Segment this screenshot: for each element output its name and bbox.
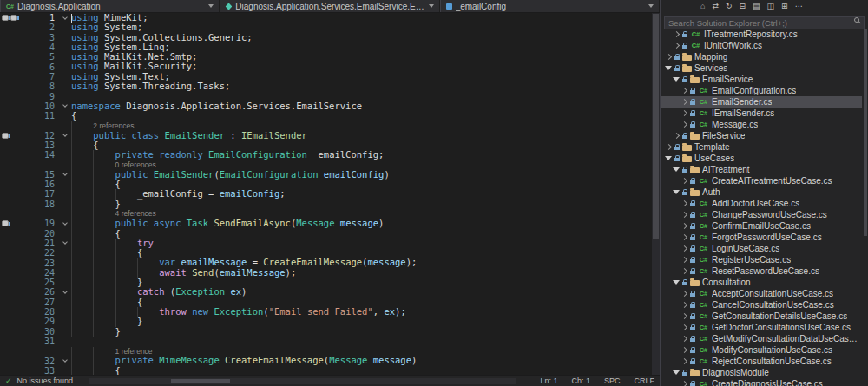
code-editor[interactable]: 1using MimeKit;2using System;3using Syst… (0, 13, 660, 375)
line-number[interactable]: 5 (26, 52, 59, 62)
code-line[interactable]: 31 (0, 337, 652, 346)
line-number[interactable]: 28 (26, 307, 59, 317)
tree-item[interactable]: C#GetConsultationDetailsUseCase.cs (661, 311, 862, 322)
line-number[interactable]: 31 (26, 337, 59, 346)
tree-item[interactable]: C#CancelConsultationUseCase.cs (661, 299, 862, 311)
line-number[interactable]: 17 (26, 189, 59, 199)
editor-vertical-scrollbar[interactable] (652, 13, 660, 375)
line-number[interactable]: 11 (26, 111, 59, 121)
tree-item[interactable]: C#CreateAITreatmentUseCase.cs (661, 175, 862, 186)
line-number[interactable]: 13 (26, 141, 59, 150)
tree-item[interactable]: C#IEmailSender.cs (661, 108, 862, 119)
code-line[interactable]: 5using MailKit.Net.Smtp; (0, 52, 652, 62)
tree-item[interactable]: C#Message.cs (661, 119, 862, 130)
tree-chevron-icon[interactable] (681, 359, 687, 363)
scrollbar-thumb[interactable] (653, 14, 659, 239)
line-number[interactable]: 9 (26, 92, 59, 101)
code-line[interactable]: 33{ (0, 366, 652, 375)
code-line[interactable]: 20{ (0, 229, 652, 239)
tree-item[interactable]: Services (661, 62, 862, 74)
tree-chevron-icon[interactable] (681, 88, 687, 93)
line-number[interactable]: 4 (26, 43, 59, 52)
code-line[interactable]: 16{ (0, 180, 652, 189)
tree-item[interactable]: C#ModifyConsultationUseCase.cs (661, 344, 862, 356)
tree-chevron-icon[interactable] (673, 190, 680, 194)
tree-chevron-icon[interactable] (665, 55, 672, 59)
code-line[interactable]: 13{ (0, 141, 652, 150)
line-number[interactable]: 29 (26, 317, 59, 326)
tree-chevron-icon[interactable] (681, 325, 687, 330)
tree-chevron-icon[interactable] (681, 235, 687, 239)
health-indicator[interactable]: No issues found (17, 376, 74, 385)
code-line[interactable]: 7using System.Text; (0, 72, 652, 82)
code-line[interactable]: 30} (0, 327, 652, 337)
code-line[interactable]: 21try (0, 239, 652, 248)
line-number[interactable]: 22 (26, 248, 59, 258)
fold-chevron-icon[interactable] (62, 172, 68, 177)
code-line[interactable]: 26catch (Exception ex) (0, 287, 652, 297)
type-dropdown[interactable]: Diagnosis.Application.Services.EmailServ… (220, 0, 439, 12)
tree-chevron-icon[interactable] (681, 179, 687, 183)
tree-item[interactable]: C#IUnitOfWork.cs (661, 40, 862, 51)
solution-explorer-search-input[interactable] (664, 16, 865, 29)
tree-chevron-icon[interactable] (673, 77, 680, 82)
line-number[interactable]: 14 (26, 150, 59, 160)
tree-chevron-icon[interactable] (673, 167, 680, 172)
line-number[interactable]: 3 (26, 33, 59, 43)
editor-horizontal-scrollbar[interactable] (89, 378, 516, 384)
tree-item[interactable]: C#RejectConsultationUseCase.cs (661, 356, 862, 367)
home-icon[interactable]: ⌂ (700, 3, 705, 10)
line-number[interactable]: 2 (26, 23, 59, 32)
tree-chevron-icon[interactable] (681, 337, 687, 341)
tree-chevron-icon[interactable] (681, 224, 687, 228)
line-number[interactable]: 15 (26, 170, 59, 180)
fold-chevron-icon[interactable] (62, 220, 68, 226)
tree-chevron-icon[interactable] (681, 213, 687, 217)
code-line[interactable]: 6using MailKit.Security; (0, 62, 652, 71)
tree-chevron-icon[interactable] (665, 156, 672, 160)
code-line[interactable]: 24await Send(emailMessage); (0, 268, 652, 278)
tree-chevron-icon[interactable] (673, 370, 680, 375)
code-line[interactable]: 28throw new Exception("Email send Failed… (0, 307, 652, 317)
line-number[interactable]: 25 (26, 278, 59, 287)
tree-item[interactable]: Auth (661, 186, 862, 198)
tree-item[interactable]: AITreatment (661, 164, 862, 175)
tree-item[interactable]: C#CreateDiagnosisUseCase.cs (661, 378, 862, 386)
tree-item[interactable]: FileService (661, 130, 862, 141)
line-number[interactable]: 10 (26, 101, 59, 111)
code-line[interactable]: 9 (0, 91, 652, 101)
code-line[interactable]: 29} (0, 317, 652, 326)
code-line[interactable]: 25} (0, 278, 652, 287)
tree-chevron-icon[interactable] (681, 291, 687, 296)
line-number[interactable]: 12 (26, 131, 59, 141)
tree-chevron-icon[interactable] (673, 134, 680, 138)
tree-item[interactable]: UseCases (661, 153, 862, 164)
tree-chevron-icon[interactable] (681, 382, 687, 386)
code-line[interactable]: 1using MimeKit; (0, 13, 652, 23)
line-number[interactable]: 33 (26, 366, 59, 375)
code-line[interactable]: 8using System.Threading.Tasks; (0, 82, 652, 91)
tree-item[interactable]: C#ForgotPasswordUseCase.cs (661, 232, 862, 243)
fold-chevron-icon[interactable] (62, 102, 68, 108)
fold-chevron-icon[interactable] (62, 289, 68, 294)
code-line[interactable]: 2using System; (0, 23, 652, 32)
tree-chevron-icon[interactable] (673, 43, 680, 48)
line-number[interactable]: 27 (26, 298, 59, 307)
code-line[interactable]: 23var emailMessage = CreateEmailMessage(… (0, 258, 652, 267)
code-line[interactable]: 3using System.Collections.Generic; (0, 33, 652, 43)
line-number[interactable]: 19 (26, 219, 59, 228)
code-area[interactable]: 1using MimeKit;2using System;3using Syst… (0, 13, 652, 375)
tree-item[interactable]: C#LoginUseCase.cs (661, 243, 862, 254)
line-indicator[interactable]: Ln: 1 (540, 376, 557, 385)
codelens-references[interactable]: 1 reference (0, 346, 652, 356)
tree-chevron-icon[interactable] (665, 66, 672, 70)
tree-chevron-icon[interactable] (681, 246, 687, 251)
tree-item[interactable]: C#AcceptConsultationUseCase.cs (661, 288, 862, 299)
tree-item[interactable]: Mapping (661, 51, 862, 62)
line-number[interactable]: 26 (26, 287, 59, 297)
tree-item[interactable]: C#EmailConfiguration.cs (661, 85, 862, 96)
line-number[interactable]: 32 (26, 357, 59, 366)
tree-chevron-icon[interactable] (681, 314, 687, 318)
member-dropdown[interactable]: _emailConfig (440, 0, 660, 12)
tree-item[interactable]: C#RegisterUseCase.cs (661, 254, 862, 265)
